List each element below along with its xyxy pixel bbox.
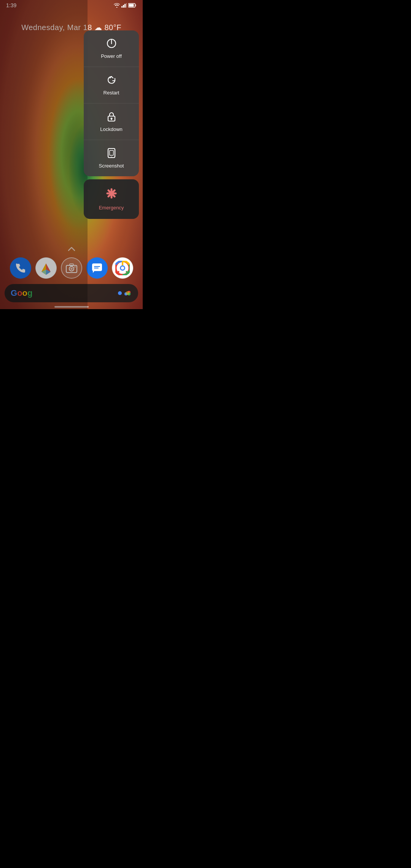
screenshot-button[interactable]: Screenshot — [84, 140, 139, 176]
emergency-icon — [106, 188, 117, 202]
lock-icon — [107, 111, 116, 123]
restart-icon — [106, 75, 117, 87]
svg-rect-29 — [92, 263, 102, 271]
assistant-dots — [123, 289, 132, 298]
emergency-panel: Emergency — [84, 179, 139, 219]
screenshot-label: Screenshot — [99, 163, 124, 169]
svg-rect-8 — [111, 40, 112, 44]
svg-rect-0 — [121, 6, 123, 8]
power-menu: Power off Restart — [84, 30, 139, 219]
power-menu-main: Power off Restart — [84, 30, 139, 176]
svg-rect-31 — [94, 268, 99, 268]
svg-rect-11 — [111, 119, 112, 120]
lockdown-label: Lockdown — [100, 126, 123, 132]
battery-icon — [128, 3, 137, 8]
screenshot-icon — [107, 148, 116, 160]
svg-rect-15 — [111, 156, 112, 157]
power-off-icon — [106, 38, 117, 50]
svg-point-45 — [126, 291, 129, 295]
emergency-button[interactable]: Emergency — [84, 179, 139, 219]
restart-label: Restart — [104, 90, 119, 96]
svg-rect-2 — [124, 4, 126, 8]
svg-point-36 — [121, 266, 124, 270]
svg-rect-1 — [123, 5, 124, 8]
signal-icon — [121, 3, 127, 8]
emergency-label: Emergency — [99, 205, 124, 211]
power-off-button[interactable]: Power off — [84, 30, 139, 67]
chrome-app-icon[interactable] — [112, 257, 133, 279]
wifi-icon — [114, 3, 120, 8]
svg-rect-3 — [126, 3, 127, 8]
svg-rect-12 — [108, 148, 115, 158]
status-icons — [114, 3, 137, 8]
restart-button[interactable]: Restart — [84, 67, 139, 104]
power-off-label: Power off — [101, 53, 122, 59]
lockdown-button[interactable]: Lockdown — [84, 104, 139, 140]
assistant-icon — [118, 289, 132, 298]
svg-rect-30 — [94, 266, 100, 267]
messages-app-icon[interactable] — [86, 257, 108, 279]
svg-rect-13 — [110, 150, 113, 155]
svg-rect-5 — [135, 5, 136, 6]
svg-rect-6 — [129, 4, 134, 7]
dot-blue — [118, 291, 122, 295]
